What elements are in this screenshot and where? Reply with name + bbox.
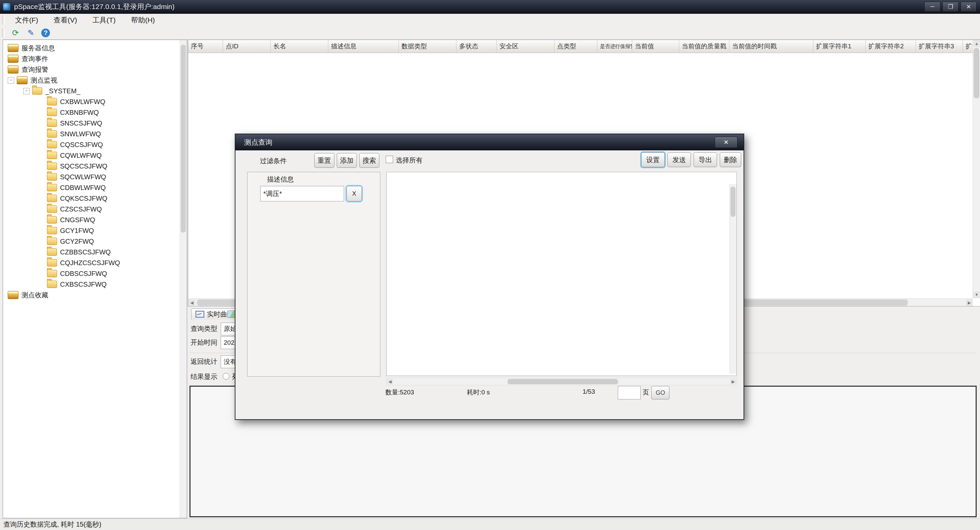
- tree-item-label: 测点收藏: [21, 291, 48, 300]
- sidebar-item-GCY2FWQ[interactable]: GCY2FWQ: [3, 236, 187, 247]
- search-button[interactable]: 搜索: [359, 153, 379, 168]
- expander-minus-icon[interactable]: −: [23, 88, 30, 94]
- sidebar-item-查询事件[interactable]: 查询事件: [3, 53, 187, 64]
- sidebar-item-CQSCSJFWQ[interactable]: CQSCSJFWQ: [3, 139, 187, 150]
- edit-icon[interactable]: ✎: [26, 28, 36, 38]
- column-header-当前值的时间戳[interactable]: 当前值的时间戳: [729, 40, 813, 53]
- sidebar-scroll-thumb[interactable]: [181, 45, 186, 233]
- desc-filter-input[interactable]: *调压*: [260, 186, 344, 201]
- tree-item-label: 查询报警: [21, 65, 48, 74]
- sidebar-item-SNWLWFWQ[interactable]: SNWLWFWQ: [3, 129, 187, 139]
- select-all-checkbox[interactable]: [386, 156, 393, 163]
- tree-item-label: 测点监视: [30, 76, 57, 85]
- tree-item-label: SQCSCSJFWQ: [60, 163, 107, 170]
- minimize-icon[interactable]: ─: [924, 2, 940, 12]
- clear-filter-button[interactable]: X: [347, 186, 362, 201]
- expander-minus-icon[interactable]: −: [8, 77, 14, 84]
- toolbar-grip: [2, 16, 5, 24]
- title-bar[interactable]: pSpace监视工具(服务器:127.0.0.1,登录用户:admin) ─ ❐…: [0, 0, 980, 14]
- tree-item-label: 服务器信息: [21, 44, 55, 53]
- folder-icon: [32, 87, 42, 95]
- sidebar-item-SQCSCSJFWQ[interactable]: SQCSCSJFWQ: [3, 161, 187, 171]
- column-header-是否进行值报警[interactable]: 是否进行值报警: [597, 40, 632, 53]
- table-vertical-scrollbar[interactable]: ▲ ▼: [973, 40, 980, 299]
- reset-button[interactable]: 重置: [314, 153, 334, 168]
- server-icon: [8, 291, 18, 299]
- sidebar-item-CQJHZCSCSJFWQ[interactable]: CQJHZCSCSJFWQ: [3, 257, 187, 268]
- result-vscroll-thumb[interactable]: [730, 187, 735, 217]
- sidebar-item-CQWLWFWQ[interactable]: CQWLWFWQ: [3, 150, 187, 161]
- dialog-title-bar[interactable]: 测点查询 ✕: [235, 134, 743, 150]
- column-header-当前值[interactable]: 当前值: [632, 40, 679, 53]
- app-icon: [3, 3, 11, 11]
- go-button[interactable]: GO: [651, 386, 670, 399]
- folder-icon: [47, 120, 57, 127]
- menu-item-查[interactable]: 查看(V): [48, 14, 83, 26]
- send-button[interactable]: 发送: [667, 152, 691, 167]
- sidebar-item-_SYSTEM_[interactable]: −_SYSTEM_: [3, 86, 187, 96]
- column-header-描述信息[interactable]: 描述信息: [328, 40, 399, 53]
- help-icon[interactable]: ?: [41, 29, 50, 37]
- column-header-当前值的质量戳[interactable]: 当前值的质量戳: [679, 40, 729, 53]
- menu-item-工[interactable]: 工具(T): [87, 14, 121, 26]
- sidebar-item-CXBSCSJFWQ[interactable]: CXBSCSJFWQ: [3, 279, 187, 290]
- result-list-radio[interactable]: [223, 373, 229, 380]
- refresh-icon[interactable]: ⟳: [10, 28, 21, 38]
- scroll-left-icon[interactable]: ◀: [188, 299, 195, 306]
- folder-icon: [47, 281, 57, 288]
- toolbar: ⟳✎?: [0, 27, 980, 40]
- result-table-hscrollbar[interactable]: ◀ ▶: [387, 378, 737, 385]
- menu-item-文[interactable]: 文件(F): [10, 14, 44, 26]
- dialog-close-icon[interactable]: ✕: [715, 137, 738, 148]
- menu-item-帮[interactable]: 帮助(H): [126, 14, 160, 26]
- sidebar-item-服务器信息[interactable]: 服务器信息: [3, 43, 187, 53]
- sidebar-item-CNGSFWQ[interactable]: CNGSFWQ: [3, 214, 187, 225]
- page-number-input[interactable]: [618, 386, 641, 399]
- sidebar-item-CDBWLWFWQ[interactable]: CDBWLWFWQ: [3, 182, 187, 193]
- folder-icon: [47, 152, 57, 159]
- curve-icon: [196, 311, 204, 318]
- sidebar-item-测点收藏[interactable]: 测点收藏: [3, 290, 187, 300]
- sidebar-scrollbar[interactable]: [180, 40, 187, 518]
- tree-item-label: CZSCSJFWQ: [60, 206, 102, 213]
- column-header-扩展字符串1[interactable]: 扩展字符串1: [813, 40, 865, 53]
- column-header-多状态[interactable]: 多状态: [457, 40, 497, 53]
- sidebar-item-查询报警[interactable]: 查询报警: [3, 64, 187, 75]
- column-header-点ID[interactable]: 点ID: [223, 40, 270, 53]
- column-header-安全区[interactable]: 安全区: [497, 40, 554, 53]
- column-header-点类型[interactable]: 点类型: [554, 40, 597, 53]
- column-header-序号[interactable]: 序号: [188, 40, 223, 53]
- close-icon[interactable]: ✕: [961, 2, 977, 12]
- sidebar-item-CZBBSCSJFWQ[interactable]: CZBBSCSJFWQ: [3, 247, 187, 257]
- desc-filter-label: 描述信息: [267, 175, 294, 184]
- set-button[interactable]: 设置: [641, 152, 665, 167]
- scroll-down-icon[interactable]: ▼: [973, 291, 980, 298]
- export-button[interactable]: 导出: [694, 152, 717, 167]
- sidebar-item-测点监视[interactable]: −测点监视: [3, 75, 187, 86]
- column-header-长名[interactable]: 长名: [270, 40, 328, 53]
- sidebar-item-CXBWLWFWQ[interactable]: CXBWLWFWQ: [3, 96, 187, 107]
- delete-button[interactable]: 删除: [720, 152, 741, 167]
- table-vscroll-thumb[interactable]: [974, 48, 979, 98]
- sidebar-item-CXBNBFWQ[interactable]: CXBNBFWQ: [3, 107, 187, 118]
- column-header-扩[interactable]: 扩: [963, 40, 973, 53]
- column-header-数据类型[interactable]: 数据类型: [399, 40, 457, 53]
- sidebar-item-SQCWLWFWQ[interactable]: SQCWLWFWQ: [3, 171, 187, 182]
- scroll-left-icon[interactable]: ◀: [387, 379, 393, 384]
- sidebar-item-CZSCSJFWQ[interactable]: CZSCSJFWQ: [3, 204, 187, 214]
- column-header-扩展字符串2[interactable]: 扩展字符串2: [865, 40, 916, 53]
- folder-icon: [47, 259, 57, 267]
- sidebar-item-CDBSCSJFWQ[interactable]: CDBSCSJFWQ: [3, 268, 187, 279]
- add-button[interactable]: 添加: [337, 153, 357, 168]
- scroll-up-icon[interactable]: ▲: [973, 40, 980, 47]
- column-header-扩展字符串3[interactable]: 扩展字符串3: [916, 40, 963, 53]
- result-table-vscrollbar[interactable]: [729, 184, 737, 374]
- maximize-icon[interactable]: ❐: [942, 2, 959, 12]
- scroll-right-icon[interactable]: ▶: [730, 379, 736, 384]
- sidebar-item-SNSCSJFWQ[interactable]: SNSCSJFWQ: [3, 118, 187, 129]
- sidebar-item-CQKSCSJFWQ[interactable]: CQKSCSJFWQ: [3, 193, 187, 204]
- sidebar-item-GCY1FWQ[interactable]: GCY1FWQ: [3, 225, 187, 236]
- result-hscroll-thumb[interactable]: [508, 379, 618, 384]
- result-count: 数量:5203: [385, 388, 414, 397]
- scroll-right-icon[interactable]: ▶: [966, 299, 973, 306]
